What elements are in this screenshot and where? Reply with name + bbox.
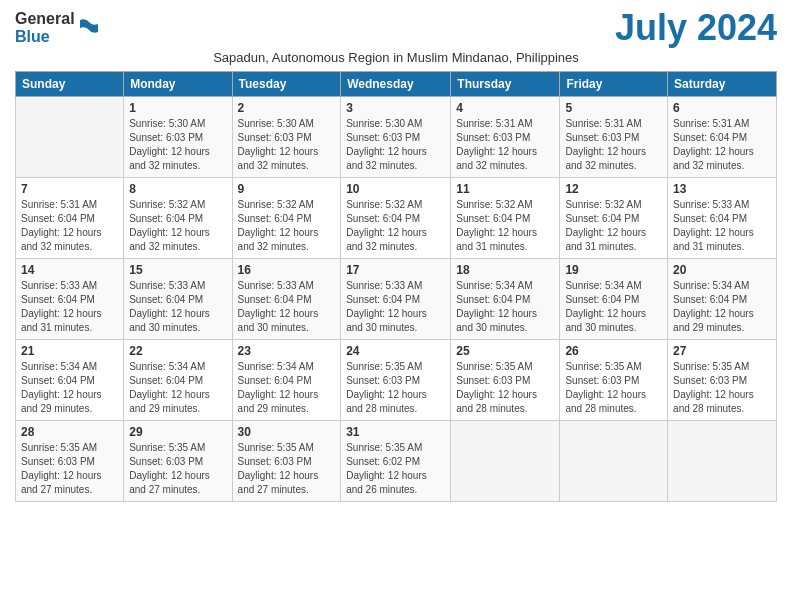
day-info: Sunrise: 5:31 AMSunset: 6:04 PMDaylight:… (21, 198, 118, 254)
month-title: July 2024 (615, 10, 777, 46)
day-info: Sunrise: 5:35 AMSunset: 6:03 PMDaylight:… (456, 360, 554, 416)
day-number: 28 (21, 425, 118, 439)
day-number: 9 (238, 182, 336, 196)
calendar-cell: 16Sunrise: 5:33 AMSunset: 6:04 PMDayligh… (232, 259, 341, 340)
day-info: Sunrise: 5:35 AMSunset: 6:02 PMDaylight:… (346, 441, 445, 497)
weekday-header-friday: Friday (560, 72, 668, 97)
day-number: 25 (456, 344, 554, 358)
calendar-cell: 1Sunrise: 5:30 AMSunset: 6:03 PMDaylight… (124, 97, 232, 178)
day-number: 14 (21, 263, 118, 277)
day-info: Sunrise: 5:35 AMSunset: 6:03 PMDaylight:… (21, 441, 118, 497)
weekday-header-sunday: Sunday (16, 72, 124, 97)
weekday-header-saturday: Saturday (668, 72, 777, 97)
day-info: Sunrise: 5:33 AMSunset: 6:04 PMDaylight:… (346, 279, 445, 335)
day-number: 2 (238, 101, 336, 115)
day-number: 26 (565, 344, 662, 358)
day-info: Sunrise: 5:32 AMSunset: 6:04 PMDaylight:… (565, 198, 662, 254)
calendar-cell: 2Sunrise: 5:30 AMSunset: 6:03 PMDaylight… (232, 97, 341, 178)
day-number: 15 (129, 263, 226, 277)
calendar-cell: 23Sunrise: 5:34 AMSunset: 6:04 PMDayligh… (232, 340, 341, 421)
day-info: Sunrise: 5:32 AMSunset: 6:04 PMDaylight:… (346, 198, 445, 254)
logo-flag-icon (78, 18, 100, 36)
calendar-cell: 27Sunrise: 5:35 AMSunset: 6:03 PMDayligh… (668, 340, 777, 421)
day-number: 31 (346, 425, 445, 439)
day-number: 20 (673, 263, 771, 277)
day-info: Sunrise: 5:35 AMSunset: 6:03 PMDaylight:… (565, 360, 662, 416)
day-info: Sunrise: 5:30 AMSunset: 6:03 PMDaylight:… (346, 117, 445, 173)
weekday-header-monday: Monday (124, 72, 232, 97)
weekday-header-wednesday: Wednesday (341, 72, 451, 97)
day-number: 12 (565, 182, 662, 196)
day-number: 27 (673, 344, 771, 358)
day-number: 7 (21, 182, 118, 196)
day-number: 22 (129, 344, 226, 358)
day-info: Sunrise: 5:33 AMSunset: 6:04 PMDaylight:… (238, 279, 336, 335)
logo-blue: Blue (15, 28, 75, 46)
calendar-cell: 20Sunrise: 5:34 AMSunset: 6:04 PMDayligh… (668, 259, 777, 340)
day-number: 30 (238, 425, 336, 439)
logo-area: General Blue (15, 10, 100, 45)
day-info: Sunrise: 5:34 AMSunset: 6:04 PMDaylight:… (673, 279, 771, 335)
day-number: 19 (565, 263, 662, 277)
calendar-header: SundayMondayTuesdayWednesdayThursdayFrid… (16, 72, 777, 97)
day-number: 4 (456, 101, 554, 115)
logo-text-block: General Blue (15, 10, 75, 45)
day-number: 13 (673, 182, 771, 196)
day-info: Sunrise: 5:30 AMSunset: 6:03 PMDaylight:… (238, 117, 336, 173)
weekday-header-thursday: Thursday (451, 72, 560, 97)
calendar-subtitle: Sapadun, Autonomous Region in Muslim Min… (15, 50, 777, 65)
day-info: Sunrise: 5:34 AMSunset: 6:04 PMDaylight:… (456, 279, 554, 335)
day-info: Sunrise: 5:34 AMSunset: 6:04 PMDaylight:… (565, 279, 662, 335)
calendar-cell: 4Sunrise: 5:31 AMSunset: 6:03 PMDaylight… (451, 97, 560, 178)
calendar-week-row: 14Sunrise: 5:33 AMSunset: 6:04 PMDayligh… (16, 259, 777, 340)
day-info: Sunrise: 5:33 AMSunset: 6:04 PMDaylight:… (673, 198, 771, 254)
calendar-cell: 17Sunrise: 5:33 AMSunset: 6:04 PMDayligh… (341, 259, 451, 340)
calendar-week-row: 1Sunrise: 5:30 AMSunset: 6:03 PMDaylight… (16, 97, 777, 178)
calendar-cell: 30Sunrise: 5:35 AMSunset: 6:03 PMDayligh… (232, 421, 341, 502)
day-number: 3 (346, 101, 445, 115)
day-info: Sunrise: 5:31 AMSunset: 6:04 PMDaylight:… (673, 117, 771, 173)
calendar-cell: 28Sunrise: 5:35 AMSunset: 6:03 PMDayligh… (16, 421, 124, 502)
calendar-week-row: 21Sunrise: 5:34 AMSunset: 6:04 PMDayligh… (16, 340, 777, 421)
calendar-cell: 26Sunrise: 5:35 AMSunset: 6:03 PMDayligh… (560, 340, 668, 421)
calendar-cell: 18Sunrise: 5:34 AMSunset: 6:04 PMDayligh… (451, 259, 560, 340)
day-number: 29 (129, 425, 226, 439)
day-number: 21 (21, 344, 118, 358)
calendar-cell (668, 421, 777, 502)
calendar-cell: 8Sunrise: 5:32 AMSunset: 6:04 PMDaylight… (124, 178, 232, 259)
day-info: Sunrise: 5:32 AMSunset: 6:04 PMDaylight:… (129, 198, 226, 254)
calendar-cell (560, 421, 668, 502)
day-number: 23 (238, 344, 336, 358)
day-info: Sunrise: 5:31 AMSunset: 6:03 PMDaylight:… (565, 117, 662, 173)
calendar-cell: 13Sunrise: 5:33 AMSunset: 6:04 PMDayligh… (668, 178, 777, 259)
day-info: Sunrise: 5:35 AMSunset: 6:03 PMDaylight:… (673, 360, 771, 416)
day-number: 17 (346, 263, 445, 277)
day-info: Sunrise: 5:30 AMSunset: 6:03 PMDaylight:… (129, 117, 226, 173)
calendar-cell: 22Sunrise: 5:34 AMSunset: 6:04 PMDayligh… (124, 340, 232, 421)
logo-general: General (15, 10, 75, 28)
calendar-cell: 31Sunrise: 5:35 AMSunset: 6:02 PMDayligh… (341, 421, 451, 502)
calendar-cell: 25Sunrise: 5:35 AMSunset: 6:03 PMDayligh… (451, 340, 560, 421)
calendar-cell: 24Sunrise: 5:35 AMSunset: 6:03 PMDayligh… (341, 340, 451, 421)
day-info: Sunrise: 5:35 AMSunset: 6:03 PMDaylight:… (238, 441, 336, 497)
calendar-cell: 15Sunrise: 5:33 AMSunset: 6:04 PMDayligh… (124, 259, 232, 340)
day-number: 16 (238, 263, 336, 277)
calendar-cell: 19Sunrise: 5:34 AMSunset: 6:04 PMDayligh… (560, 259, 668, 340)
day-info: Sunrise: 5:31 AMSunset: 6:03 PMDaylight:… (456, 117, 554, 173)
day-number: 5 (565, 101, 662, 115)
calendar-cell (451, 421, 560, 502)
weekday-header-tuesday: Tuesday (232, 72, 341, 97)
day-info: Sunrise: 5:33 AMSunset: 6:04 PMDaylight:… (21, 279, 118, 335)
calendar-week-row: 7Sunrise: 5:31 AMSunset: 6:04 PMDaylight… (16, 178, 777, 259)
day-number: 11 (456, 182, 554, 196)
day-number: 24 (346, 344, 445, 358)
calendar-cell: 14Sunrise: 5:33 AMSunset: 6:04 PMDayligh… (16, 259, 124, 340)
calendar-cell: 7Sunrise: 5:31 AMSunset: 6:04 PMDaylight… (16, 178, 124, 259)
day-info: Sunrise: 5:33 AMSunset: 6:04 PMDaylight:… (129, 279, 226, 335)
logo: General Blue (15, 10, 100, 45)
calendar-cell: 29Sunrise: 5:35 AMSunset: 6:03 PMDayligh… (124, 421, 232, 502)
day-number: 10 (346, 182, 445, 196)
calendar-cell: 3Sunrise: 5:30 AMSunset: 6:03 PMDaylight… (341, 97, 451, 178)
day-number: 1 (129, 101, 226, 115)
calendar-cell: 12Sunrise: 5:32 AMSunset: 6:04 PMDayligh… (560, 178, 668, 259)
